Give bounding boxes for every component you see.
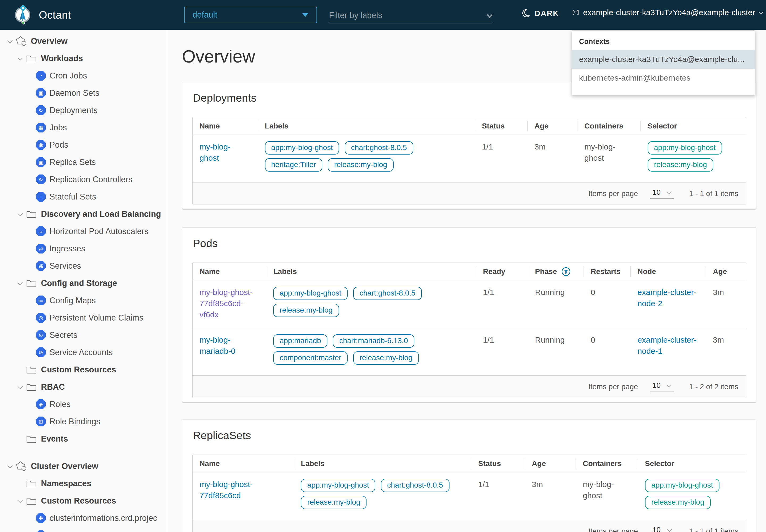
- pagination-range: 1 - 2 of 2 items: [689, 383, 738, 391]
- ready-cell: 1/1: [476, 334, 528, 368]
- sidebar-item-services[interactable]: ⌘ Services: [0, 257, 167, 275]
- ingress-badge-icon: ⇄: [36, 244, 46, 253]
- sidebar-item-config-maps[interactable]: ≔ Config Maps: [0, 292, 167, 309]
- deployment-name-link[interactable]: my-blog-ghost: [199, 141, 239, 164]
- sidebar-item-deployments[interactable]: ↻ Deployments: [0, 102, 167, 119]
- phase-cell: Running: [528, 334, 584, 368]
- age-cell: 3m: [706, 334, 746, 368]
- sidebar-item-ingresses[interactable]: ⇄ Ingresses: [0, 240, 167, 257]
- items-per-page-select[interactable]: 10: [650, 526, 674, 532]
- sidebar-item-cron-jobs[interactable]: ◔ Cron Jobs: [0, 67, 167, 84]
- replicasets-table: Name Labels Status Age Containers Select…: [192, 455, 746, 532]
- sidebar-item-cluster-overview[interactable]: Cluster Overview: [0, 458, 167, 475]
- context-menu-item-selected[interactable]: example-cluster-ka3TuTzYo4a@example-clu.…: [572, 50, 755, 69]
- label-tag[interactable]: app:my-blog-ghost: [273, 287, 348, 300]
- label-filter-input[interactable]: Filter by labels: [329, 8, 492, 23]
- namespace-dropdown[interactable]: default: [184, 7, 317, 23]
- applications-icon: [15, 461, 27, 472]
- selector-tag[interactable]: app:my-blog-ghost: [645, 479, 719, 492]
- sidebar-item-custom-resources-cluster[interactable]: Custom Resources: [0, 492, 167, 509]
- table-row: my-blog-ghost-77df85c6cd app:my-blog-gho…: [193, 472, 746, 520]
- label-tag[interactable]: release:my-blog: [301, 496, 367, 509]
- items-per-page-select[interactable]: 10: [650, 381, 674, 392]
- sidebar-item-pods[interactable]: ◉ Pods: [0, 136, 167, 153]
- selector-tag[interactable]: release:my-blog: [648, 158, 713, 172]
- sidebar-item-persistent-volume-claims[interactable]: ◎ Persistent Volume Claims: [0, 309, 167, 326]
- label-tag[interactable]: component:master: [273, 351, 348, 365]
- filter-icon[interactable]: [561, 267, 571, 276]
- pod-name-link[interactable]: my-blog-ghost-77df85c6cd-vf6dx: [199, 287, 261, 320]
- chevron-down-icon[interactable]: [16, 212, 26, 216]
- chevron-down-icon[interactable]: [16, 385, 26, 389]
- sidebar-item-rbac[interactable]: RBAC: [0, 378, 167, 396]
- context-selector-button[interactable]: example-cluster-ka3TuTzYo4a@example-clus…: [572, 8, 763, 17]
- pod-name-link[interactable]: my-blog-mariadb-0: [199, 334, 239, 357]
- chevron-down-icon[interactable]: [16, 499, 26, 503]
- statefulset-badge-icon: ≡: [36, 192, 46, 202]
- table-pagination: Items per page 10 1 - 2 of 2 items: [193, 375, 746, 398]
- applications-icon: [15, 36, 27, 47]
- crd-badge-icon: ✚: [36, 513, 46, 523]
- sidebar-item-jobs[interactable]: ▦ Jobs: [0, 119, 167, 136]
- sidebar-item-discovery-and-load-balancing[interactable]: Discovery and Load Balancing: [0, 205, 167, 223]
- sidebar-item-clusterinformations-crd[interactable]: ✚ clusterinformations.crd.projec: [0, 509, 167, 527]
- selector-tag[interactable]: release:my-blog: [645, 496, 711, 509]
- sidebar-item-replica-sets[interactable]: ▣ Replica Sets: [0, 153, 167, 171]
- sidebar-item-overview[interactable]: Overview: [0, 32, 167, 50]
- app-title: Octant: [39, 9, 71, 21]
- chevron-down-icon[interactable]: [16, 281, 26, 285]
- sidebar-item-horizontal-pod-autoscalers[interactable]: ⇔ Horizontal Pod Autoscalers: [0, 223, 167, 240]
- sidebar-item-secrets[interactable]: ⊙ Secrets: [0, 326, 167, 344]
- sidebar-item-workloads[interactable]: Workloads: [0, 50, 167, 67]
- context-menu-item[interactable]: kubernetes-admin@kubernetes: [572, 69, 755, 87]
- label-tag[interactable]: chart:ghost-8.0.5: [353, 287, 422, 300]
- sidebar-item-namespaces[interactable]: Namespaces: [0, 475, 167, 492]
- chevron-down-icon: [487, 12, 492, 18]
- table-header-row: Name Labels Status Age Containers Select…: [193, 455, 746, 472]
- chevron-down-icon[interactable]: [6, 39, 15, 43]
- label-tag[interactable]: chart:ghost-8.0.5: [345, 141, 413, 155]
- label-tag[interactable]: heritage:Tiller: [265, 158, 323, 172]
- column-header-name: Name: [193, 263, 266, 280]
- label-tag[interactable]: app:my-blog-ghost: [301, 479, 375, 492]
- replicaset-name-link[interactable]: my-blog-ghost-77df85c6cd: [199, 479, 261, 501]
- label-tag[interactable]: app:mariadb: [273, 334, 327, 348]
- sidebar-item-daemon-sets[interactable]: ▣ Daemon Sets: [0, 84, 167, 102]
- sidebar-item-role-bindings[interactable]: ⊞ Role Bindings: [0, 413, 167, 430]
- sidebar-item-config-and-storage[interactable]: Config and Storage: [0, 275, 167, 292]
- label-tag[interactable]: release:my-blog: [353, 351, 419, 365]
- replicasets-card: ReplicaSets Name Labels Status Age Conta…: [182, 419, 756, 532]
- age-cell: 3m: [525, 479, 576, 513]
- column-header-age: Age: [528, 117, 578, 135]
- chevron-down-icon[interactable]: [16, 57, 26, 60]
- chevron-down-icon: [667, 527, 672, 532]
- node-link[interactable]: example-cluster-node-2: [638, 287, 703, 309]
- label-tag[interactable]: app:my-blog-ghost: [265, 141, 339, 155]
- sidebar-item-roles[interactable]: ◈ Roles: [0, 396, 167, 413]
- label-tag[interactable]: chart:mariadb-6.13.0: [333, 334, 414, 348]
- chevron-down-icon[interactable]: [6, 464, 15, 468]
- theme-toggle[interactable]: DARK: [521, 9, 559, 18]
- crd-badge-icon: ✚: [36, 530, 46, 532]
- label-tag[interactable]: release:my-blog: [273, 304, 339, 317]
- folder-icon: [26, 210, 37, 218]
- secret-badge-icon: ⊙: [36, 330, 46, 340]
- sidebar-item-stateful-sets[interactable]: ≡ Stateful Sets: [0, 188, 167, 205]
- label-tag[interactable]: release:my-blog: [328, 158, 393, 172]
- sidebar-item-events[interactable]: Events: [0, 430, 167, 447]
- pods-card: Pods Name Labels Ready Phase Restarts No…: [182, 227, 756, 402]
- label-tag[interactable]: chart:ghost-8.0.5: [381, 479, 449, 492]
- sidebar-item-custom-resources[interactable]: Custom Resources: [0, 361, 167, 378]
- folder-icon: [26, 479, 37, 488]
- sidebar-item-service-accounts[interactable]: ⊚ Service Accounts: [0, 344, 167, 361]
- selector-tag[interactable]: app:my-blog-ghost: [648, 141, 722, 155]
- node-link[interactable]: example-cluster-node-1: [638, 334, 703, 357]
- pagination-range: 1 - 1 of 1 items: [689, 527, 738, 532]
- phase-cell: Running: [528, 287, 584, 321]
- table-pagination: Items per page 10 1 - 1 of 1 items: [193, 182, 746, 205]
- items-per-page-select[interactable]: 10: [650, 188, 674, 199]
- rolebinding-badge-icon: ⊞: [36, 417, 46, 426]
- sidebar-item-csidrivers-crd[interactable]: ✚ csidrivers.csi.storage.k8s.io: [0, 527, 167, 532]
- sidebar-item-replication-controllers[interactable]: ↻ Replication Controllers: [0, 171, 167, 188]
- table-pagination: Items per page 10 1 - 1 of 1 items: [193, 520, 746, 532]
